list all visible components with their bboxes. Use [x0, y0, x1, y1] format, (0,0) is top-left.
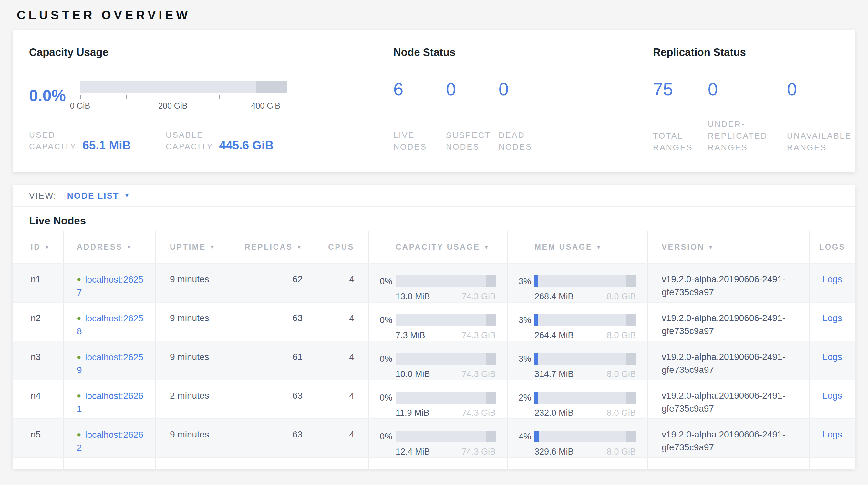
capacity-max-value: 74.3 GiB	[462, 408, 496, 418]
column-header-address[interactable]: ADDRESS▼	[64, 231, 156, 263]
node-address-link[interactable]: localhost:26259	[77, 352, 144, 375]
mem-max-value: 8.0 GiB	[607, 369, 636, 379]
column-header-id[interactable]: ID▼	[13, 231, 64, 263]
column-header-capacity-usage[interactable]: CAPACITY USAGE▼	[369, 231, 508, 263]
node-address-link[interactable]: localhost:26262	[77, 430, 144, 453]
cluster-overview-page: CLUSTER OVERVIEW Capacity Usage 0.0%	[0, 8, 868, 468]
page-title: CLUSTER OVERVIEW	[17, 8, 855, 22]
column-header-mem-usage[interactable]: MEM USAGE▼	[508, 231, 648, 263]
node-capacity-usage-cell: 0% 12.4 MiB 74.3 GiB	[369, 419, 508, 457]
node-status-values: 6 0 0	[393, 79, 653, 99]
capacity-usage-bar	[396, 431, 496, 442]
mem-used-segment	[534, 431, 538, 442]
capacity-max-value: 74.3 GiB	[462, 447, 496, 457]
node-address-link[interactable]: localhost:26258	[77, 313, 144, 336]
node-mem-usage-cell: 3% 314.7 MiB 8.0 GiB	[508, 341, 648, 379]
mem-percent-label: 3%	[512, 352, 534, 365]
unavailable-ranges-count: 0	[787, 79, 851, 99]
column-header-version[interactable]: VERSION▼	[648, 231, 810, 263]
axis-label: 200 GiB	[158, 101, 187, 111]
axis-label: 400 GiB	[251, 101, 280, 111]
view-selector-dropdown[interactable]: NODE LIST ▼	[67, 191, 130, 201]
node-uptime-cell: 9 minutes	[156, 303, 232, 341]
table-header-row: ID▼ ADDRESS▼ UPTIME▼ REPLICAS▼ CPUS CAPA…	[13, 231, 855, 263]
chevron-down-icon: ▼	[124, 193, 130, 199]
mem-percent-label: 3%	[512, 275, 534, 288]
logs-link[interactable]: Logs	[823, 274, 842, 284]
capacity-usage-bar	[396, 276, 496, 287]
usable-capacity-stat: USABLE CAPACITY 445.6 GiB	[166, 129, 274, 152]
total-ranges-count: 75	[653, 79, 708, 99]
mem-used-value: 329.6 MiB	[534, 447, 574, 457]
capacity-reserved-segment	[486, 392, 496, 403]
mem-usage-bar	[534, 276, 636, 287]
axis-label: 0 GiB	[70, 101, 90, 111]
node-address-link[interactable]: localhost:26261	[77, 391, 144, 414]
column-header-cpus: CPUS	[317, 231, 369, 263]
node-mem-usage-cell: 3% 268.4 MiB 8.0 GiB	[508, 264, 648, 302]
usable-capacity-label: USABLE CAPACITY	[166, 129, 213, 152]
capacity-used-value: 11.9 MiB	[396, 408, 430, 418]
replication-status-section: Replication Status 75 0 0 TOTAL RANGES U…	[653, 46, 851, 153]
capacity-percent-label: 0%	[373, 430, 396, 443]
view-label: VIEW:	[29, 191, 57, 201]
node-status-labels: LIVE NODES SUSPECT NODES DEAD NODES	[393, 118, 653, 152]
column-header-uptime[interactable]: UPTIME▼	[156, 231, 232, 263]
capacity-usage-bar	[80, 81, 287, 93]
sort-desc-icon: ▼	[127, 245, 132, 250]
live-nodes-label: LIVE NODES	[393, 129, 446, 152]
node-logs-cell: Logs	[810, 303, 855, 341]
logs-link[interactable]: Logs	[823, 352, 842, 362]
node-logs-cell: Logs	[810, 419, 855, 457]
table-row: n5 ●localhost:26262 9 minutes 63 4 0% 12…	[13, 419, 855, 457]
mem-max-value: 8.0 GiB	[607, 292, 636, 301]
mem-max-value: 8.0 GiB	[607, 331, 636, 340]
unavailable-ranges-label: UNAVAILABLE RANGES	[787, 130, 851, 153]
mem-used-segment	[534, 392, 538, 403]
live-nodes-table: ID▼ ADDRESS▼ UPTIME▼ REPLICAS▼ CPUS CAPA…	[13, 231, 855, 468]
node-cpus-cell: 4	[317, 380, 369, 419]
capacity-used-value: 7.3 MiB	[396, 331, 425, 340]
node-logs-cell: Logs	[810, 380, 855, 419]
node-cpus-cell: 4	[317, 341, 369, 379]
table-row: n4 ●localhost:26261 2 minutes 63 4 0% 11…	[13, 379, 855, 419]
node-status-section: Node Status 6 0 0 LIVE NODES SUSPECT NOD…	[393, 46, 653, 153]
node-capacity-usage-cell: 0% 13.0 MiB 74.3 GiB	[369, 264, 508, 302]
node-uptime-cell: 2 minutes	[156, 380, 232, 419]
node-replicas-cell: 62	[232, 264, 317, 302]
node-replicas-cell: 61	[232, 341, 317, 379]
logs-link[interactable]: Logs	[823, 313, 842, 323]
column-header-replicas[interactable]: REPLICAS▼	[232, 231, 317, 263]
node-uptime-cell: 9 minutes	[156, 264, 232, 302]
mem-max-value: 8.0 GiB	[607, 408, 636, 418]
node-id-cell: n2	[13, 303, 64, 341]
capacity-reserved-segment	[486, 314, 496, 326]
node-address-link[interactable]: localhost:26257	[77, 275, 144, 297]
capacity-reserved-segment	[486, 431, 496, 442]
node-address-cell: ●localhost:26258	[64, 303, 156, 341]
capacity-max-value: 74.3 GiB	[462, 331, 496, 340]
node-mem-usage-cell: 4% 329.6 MiB 8.0 GiB	[508, 419, 648, 457]
table-row: n3 ●localhost:26259 9 minutes 61 4 0% 10…	[13, 341, 855, 379]
table-row: n1 ●localhost:26257 9 minutes 62 4 0% 13…	[13, 263, 855, 302]
logs-link[interactable]: Logs	[823, 429, 842, 439]
capacity-used-value: 12.4 MiB	[396, 447, 430, 457]
view-bar: VIEW: NODE LIST ▼	[13, 185, 855, 207]
mem-reserved-segment	[626, 392, 636, 403]
node-uptime-cell: 9 minutes	[156, 419, 232, 457]
node-version-cell: v19.2.0-alpha.20190606-2491-gfe735c9a97	[648, 341, 810, 379]
capacity-usage-bar	[396, 353, 496, 365]
capacity-axis-labels: 0 GiB 200 GiB 400 GiB	[80, 99, 287, 110]
capacity-percent-label: 0%	[373, 275, 396, 288]
used-capacity-value: 65.1 MiB	[82, 139, 131, 152]
logs-link[interactable]: Logs	[823, 391, 842, 401]
node-status-title: Node Status	[393, 46, 653, 59]
node-id-cell: n1	[13, 264, 64, 302]
node-id-cell: n3	[13, 341, 64, 379]
node-logs-cell: Logs	[810, 341, 855, 379]
node-version-cell: v19.2.0-alpha.20190606-2491-gfe735c9a97	[648, 303, 810, 341]
view-selected-value: NODE LIST	[67, 191, 119, 201]
node-replicas-cell: 63	[232, 380, 317, 419]
used-capacity-label: USED CAPACITY	[29, 129, 76, 152]
node-live-dot-icon: ●	[77, 392, 81, 400]
